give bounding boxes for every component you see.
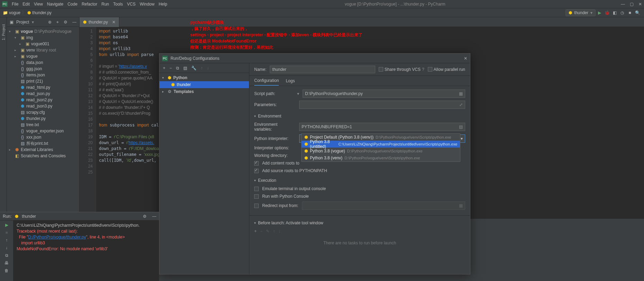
tree-item[interactable]: {}data.json: [7, 59, 79, 66]
config-item-thunder[interactable]: ⬢thunder: [159, 81, 249, 88]
stop-icon[interactable]: ■: [5, 230, 8, 235]
config-group-python[interactable]: ▾⬢Python: [159, 74, 249, 81]
minimize-icon[interactable]: —: [621, 2, 625, 7]
hide-icon[interactable]: —: [72, 20, 76, 25]
menu-refactor[interactable]: Refactor: [80, 2, 99, 7]
add-content-checkbox[interactable]: [254, 161, 259, 166]
execution-section[interactable]: ▾Execution: [254, 176, 465, 184]
breadcrumb-root[interactable]: 📁 vogue: [3, 10, 20, 15]
hide-icon[interactable]: —: [152, 214, 156, 219]
close-icon[interactable]: ✕: [638, 2, 642, 7]
settings-icon[interactable]: ⚙: [64, 20, 67, 25]
tree-item[interactable]: {}xxx.json: [7, 134, 79, 140]
before-launch-section[interactable]: ▾Before launch: Activate tool window: [254, 218, 465, 226]
tree-scratches[interactable]: ◧Scratches and Consoles: [7, 153, 79, 159]
menu-code[interactable]: Code: [65, 2, 80, 7]
settings-icon[interactable]: ⚙: [143, 214, 147, 219]
chevron-down-icon[interactable]: ▾: [461, 136, 463, 141]
before-add-icon[interactable]: +: [254, 229, 257, 234]
tree-item[interactable]: ⬢read_json.py: [7, 91, 79, 97]
tree-item[interactable]: ⬢thunder.py: [7, 115, 79, 122]
coverage-button[interactable]: ◧: [611, 9, 618, 17]
before-edit-icon[interactable]: ✎: [266, 229, 269, 234]
config-group-templates[interactable]: ▸⚙Templates: [159, 88, 249, 95]
search-button[interactable]: 🔍: [634, 9, 641, 17]
menu-navigate[interactable]: Navigate: [45, 2, 65, 7]
tree-item[interactable]: {}ggg.json: [7, 66, 79, 72]
tree-item[interactable]: ▸▣vogue001: [7, 41, 79, 47]
up-stack-icon[interactable]: ↑: [6, 238, 8, 243]
add-config-icon[interactable]: +: [163, 66, 165, 71]
emulate-checkbox[interactable]: [254, 187, 259, 191]
before-down-icon[interactable]: ↓: [278, 229, 280, 234]
interpreter-option[interactable]: ⬢Python 3.8 (venv)D:\PythonPro\vogue\ven…: [302, 154, 460, 161]
menu-vcs[interactable]: VCS: [125, 2, 138, 7]
tree-item[interactable]: ▤tree.txt: [7, 122, 79, 128]
tree-item[interactable]: ⬢read_html.py: [7, 84, 79, 91]
tab-logs[interactable]: Logs: [286, 76, 295, 85]
dialog-close-icon[interactable]: ✕: [464, 56, 467, 61]
tree-ext-lib[interactable]: ▸⬢External Libraries: [7, 147, 79, 153]
tab-configuration[interactable]: Configuration: [254, 76, 279, 86]
up-icon[interactable]: ↑: [201, 66, 203, 71]
select-in-icon[interactable]: ⌖: [56, 20, 59, 25]
list-icon[interactable]: ▤: [459, 124, 463, 129]
tree-item[interactable]: ▤print (21): [7, 78, 79, 84]
redirect-checkbox[interactable]: [254, 204, 259, 208]
tree-item[interactable]: ▤scrapy.cfg: [7, 109, 79, 115]
menu-view[interactable]: View: [32, 2, 45, 7]
menu-run[interactable]: Run: [99, 2, 111, 7]
browse-icon[interactable]: ▦: [459, 91, 463, 96]
env-vars-input[interactable]: PYTHONUNBUFFERED=1▤: [299, 123, 465, 131]
before-remove-icon[interactable]: −: [260, 229, 263, 234]
project-tool-button[interactable]: 1: Project: [1, 24, 6, 40]
allow-parallel-checkbox[interactable]: [428, 67, 432, 72]
share-vcs-checkbox[interactable]: [379, 67, 383, 72]
trash-icon[interactable]: 🗑: [4, 268, 9, 273]
wrench-icon[interactable]: 🔧: [191, 66, 196, 71]
script-path-input[interactable]: D:\PythonPro\vogue\thunder.py▦: [303, 90, 465, 98]
rerun-icon[interactable]: ▶: [5, 223, 8, 227]
name-input[interactable]: [270, 66, 375, 73]
breadcrumb-file[interactable]: ⬢thunder.py: [27, 10, 52, 15]
menu-window[interactable]: Window: [138, 2, 157, 7]
run-console-checkbox[interactable]: [254, 194, 259, 199]
collapse-icon[interactable]: ⊕: [48, 20, 52, 25]
tab-close-icon[interactable]: ✕: [112, 20, 116, 25]
maximize-icon[interactable]: ▢: [630, 2, 634, 7]
copy-config-icon[interactable]: ⧉: [176, 66, 179, 71]
filter-icon[interactable]: ⧉: [5, 253, 8, 258]
interpreter-option[interactable]: ⬢Python 3.8 (vogue)D:\PythonPro\vogue\ve…: [302, 148, 460, 154]
interpreter-option[interactable]: ⬢Python 3.8 (untitled)C:\Users\LiZhiQian…: [302, 141, 460, 148]
debug-button[interactable]: 🐞: [603, 9, 611, 17]
environment-section[interactable]: ▾Environment: [254, 112, 465, 119]
expand-icon[interactable]: ⤢: [459, 102, 463, 107]
tree-item[interactable]: ⬢read_json3.py: [7, 103, 79, 109]
remove-config-icon[interactable]: −: [169, 66, 172, 71]
tree-item[interactable]: ▸▣venv library root: [7, 47, 79, 53]
editor-tab-thunder[interactable]: ⬢thunder.py✕: [80, 17, 119, 27]
print-icon[interactable]: 🖶: [4, 261, 9, 265]
profile-button[interactable]: ◷: [618, 9, 626, 17]
menu-edit[interactable]: Edit: [20, 2, 32, 7]
down-icon[interactable]: ↓: [207, 66, 209, 71]
run-output[interactable]: C:\Users\LiZhiQiang\PycharmProjects\unti…: [13, 221, 159, 281]
add-source-checkbox[interactable]: [254, 169, 259, 173]
tree-item[interactable]: ▸▣vogue: [7, 53, 79, 59]
tree-item[interactable]: ▾▣img: [7, 35, 79, 41]
tree-item[interactable]: ▤所有print.txt: [7, 140, 79, 147]
menu-file[interactable]: File: [10, 2, 20, 7]
down-stack-icon[interactable]: ↓: [6, 245, 8, 250]
before-up-icon[interactable]: ↑: [273, 229, 275, 234]
menu-tools[interactable]: Tools: [111, 2, 125, 7]
parameters-input[interactable]: ⤢: [299, 101, 465, 109]
tree-root[interactable]: ▾▣vogue D:\PythonPro\vogue: [7, 28, 79, 35]
tree-item[interactable]: {}items.json: [7, 72, 79, 78]
tree-item[interactable]: {}vogue_exporter.json: [7, 128, 79, 134]
menu-help[interactable]: Help: [157, 2, 169, 7]
run-button[interactable]: ▶: [596, 9, 603, 17]
save-config-icon[interactable]: ▤: [183, 66, 187, 71]
run-config-selector[interactable]: ⬢thunder▾: [565, 9, 596, 16]
stop-button[interactable]: ■: [626, 9, 634, 17]
tree-item[interactable]: ⬢read_json2.py: [7, 97, 79, 103]
